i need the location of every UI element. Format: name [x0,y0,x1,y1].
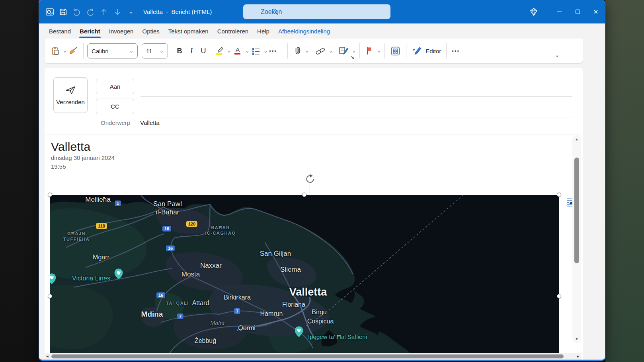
dialog-launcher-icon[interactable] [350,54,355,62]
horizontal-scrollbar-thumb[interactable] [51,354,564,358]
close-button[interactable]: ✕ [587,0,605,23]
bullets-button[interactable] [249,43,263,59]
tab-opties[interactable]: Opties [138,25,164,38]
format-painter-button[interactable] [67,43,80,59]
resize-handle-top-center[interactable] [302,193,306,197]
paste-icon [51,46,60,56]
font-name-value: Calibri [92,48,109,54]
font-name-combobox[interactable]: Calibri ⌄ [87,43,138,58]
cc-input[interactable] [141,106,572,117]
ribbon-divider [287,43,288,58]
font-name-chevron-icon: ⌄ [129,49,133,53]
resize-handle-middle-right[interactable] [557,294,561,298]
resize-handle-middle-left[interactable] [48,294,52,298]
follow-up-flag-button[interactable] [363,43,376,59]
paragraph-more-button[interactable]: ••• [267,43,279,59]
link-button[interactable] [313,43,328,59]
ribbon-divider [384,43,385,58]
minimize-button[interactable] [550,0,568,23]
editor-label: Editor [425,48,441,54]
scroll-left-icon[interactable]: ◂ [46,354,49,359]
tab-invoegen[interactable]: Invoegen [105,25,138,38]
scroll-right-icon[interactable]: ▸ [577,354,579,359]
font-color-icon: A [232,46,243,56]
ribbon-tabs: Bestand Bericht Invoegen Opties Tekst op… [39,23,605,39]
attach-chevron-icon[interactable]: ⌄ [305,49,309,53]
apps-button[interactable] [388,43,402,59]
bullets-icon [251,46,261,56]
signature-chevron-icon[interactable]: ⌄ [352,49,356,53]
font-size-combobox[interactable]: 11 ⌄ [142,43,168,58]
signature-icon [338,46,349,56]
font-color-chevron-icon[interactable]: ⌄ [245,49,249,53]
vertical-scrollbar[interactable]: ▲ ▼ [572,135,581,343]
premium-diamond-icon[interactable] [525,0,543,23]
attach-file-button[interactable] [291,43,304,59]
editor-button[interactable]: Editor [410,43,443,59]
highlight-color-button[interactable] [213,43,226,59]
collapse-ribbon-chevron-icon[interactable]: ⌄ [554,51,560,58]
ribbon-more-button[interactable]: ••• [450,43,461,59]
desktop-wallpaper [605,0,644,362]
header-separator [45,134,582,134]
ribbon: ⌄ Calibri ⌄ 11 ⌄ B I U ⌄ A ⌄ [45,39,583,63]
maximize-button[interactable] [568,0,587,23]
bullets-chevron-icon[interactable]: ⌄ [263,49,267,53]
format-painter-icon [68,46,78,56]
customize-qat-chevron-icon[interactable]: ⌄ [125,5,137,19]
tab-bericht[interactable]: Bericht [75,25,105,38]
map-image-valletta[interactable]: MellieħaSan Pawl il-BaħarGĦAJN TUFFIEĦAB… [50,195,559,353]
send-label: Verzenden [56,99,85,105]
font-color-button[interactable]: A [231,43,244,59]
paperclip-icon [293,46,302,56]
rotate-stem [310,185,310,193]
tab-controleren[interactable]: Controleren [213,25,253,38]
flag-chevron-icon[interactable]: ⌄ [377,49,381,53]
map-pin-icon [50,273,57,285]
resize-handle-top-left[interactable] [48,193,52,197]
search-box[interactable] [243,4,390,19]
link-icon [314,46,326,56]
window-title: Valletta - Bericht (HTML) [143,8,212,15]
quick-access-toolbar: ⌄ [44,5,137,19]
redo-icon[interactable] [84,5,96,19]
subject-input[interactable]: Valletta [140,119,160,126]
move-down-icon[interactable] [111,5,123,19]
paste-button[interactable] [49,43,62,59]
resize-handle-top-right[interactable] [557,193,561,197]
scroll-up-icon[interactable]: ▲ [572,137,581,141]
paste-chevron-icon[interactable]: ⌄ [63,49,67,53]
scroll-down-icon[interactable]: ▼ [572,337,581,341]
send-icon [64,85,76,95]
undo-icon[interactable] [71,5,83,19]
tab-help[interactable]: Help [253,25,274,38]
link-chevron-icon[interactable]: ⌄ [329,49,333,53]
tab-afbeeldingsindeling[interactable]: Afbeeldingsindeling [274,25,334,38]
svg-text:A: A [236,46,240,53]
horizontal-scrollbar[interactable]: ◂ ▸ [45,353,582,360]
to-input[interactable] [141,86,572,97]
ribbon-divider [446,43,447,58]
map-pin-icon [294,326,304,338]
send-button[interactable]: Verzenden [53,77,88,113]
save-icon[interactable] [57,5,69,19]
ribbon-divider [359,43,360,58]
tab-bestand[interactable]: Bestand [45,25,75,38]
underline-button[interactable]: U [197,43,209,59]
flag-icon [365,46,375,56]
outlook-message-icon [44,5,56,19]
tab-tekst-opmaken[interactable]: Tekst opmaken [164,25,213,38]
desktop: ⌄ Valletta - Bericht (HTML) ✕ Bestand [0,0,644,362]
signature-button[interactable] [337,43,351,59]
cc-button[interactable]: CC [96,99,134,114]
font-size-chevron-icon: ⌄ [160,49,164,53]
bold-button[interactable]: B [174,43,185,59]
move-up-icon[interactable] [98,5,110,19]
search-icon [271,8,279,16]
to-button[interactable]: Aan [96,79,134,94]
italic-button[interactable]: I [185,43,197,59]
rotate-handle-icon[interactable] [304,173,316,185]
highlight-chevron-icon[interactable]: ⌄ [227,49,231,53]
vertical-scrollbar-thumb[interactable] [574,158,579,263]
message-time: 19:55 [51,163,66,170]
